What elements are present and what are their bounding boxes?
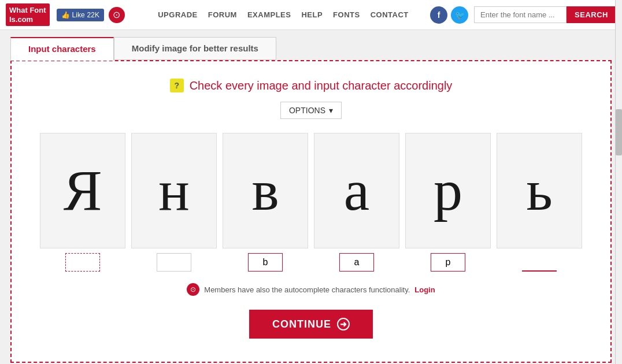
characters-row: Я н в а: [23, 133, 599, 272]
char-image-1: Я: [40, 133, 125, 248]
char-glyph-3: в: [251, 162, 279, 220]
char-image-2: н: [131, 133, 217, 248]
nav-upgrade[interactable]: UPGRADE: [158, 10, 198, 19]
main-nav: UPGRADE FORUM EXAMPLES HELP FONTS CONTAC…: [136, 10, 430, 19]
font-search-input[interactable]: [474, 6, 567, 23]
char-glyph-2: н: [158, 162, 190, 220]
char-image-6: ь: [497, 133, 582, 248]
nav-forum[interactable]: FORUM: [208, 10, 237, 19]
twitter-icon[interactable]: 🐦: [451, 6, 468, 24]
char-glyph-1: Я: [64, 162, 102, 220]
member-icon: ⊙: [187, 283, 199, 296]
chevron-down-icon: ▾: [329, 106, 333, 115]
continue-section: CONTINUE ➜: [23, 310, 599, 350]
options-button[interactable]: OPTIONS ▾: [280, 102, 342, 119]
char-card-3: в: [223, 133, 308, 272]
question-icon: ?: [170, 79, 184, 92]
facebook-like-button[interactable]: 👍 Like 22K: [57, 9, 104, 21]
char-card-6: ь: [497, 133, 582, 272]
char-input-5[interactable]: [431, 253, 465, 272]
user-avatar-icon[interactable]: ⊙: [109, 7, 125, 23]
char-glyph-6: ь: [526, 162, 553, 220]
tab-modify-image[interactable]: Modify image for better results: [114, 37, 276, 60]
nav-contact[interactable]: CONTACT: [371, 10, 409, 19]
thumb-icon: 👍: [61, 11, 70, 19]
header: What Font Is.com 👍 Like 22K ⊙ UPGRADE FO…: [0, 0, 622, 30]
char-input-3[interactable]: [248, 253, 283, 272]
continue-button[interactable]: CONTINUE ➜: [249, 310, 373, 339]
tabs-row: Input characters Modify image for better…: [10, 37, 612, 60]
char-card-2: н: [131, 133, 217, 272]
input-characters-panel: ? Check every image and input character …: [10, 60, 612, 363]
member-notice: ⊙ Members have also the autocomplete cha…: [23, 283, 599, 296]
options-section: OPTIONS ▾: [23, 102, 599, 119]
login-link[interactable]: Login: [414, 285, 435, 294]
char-card-4: а: [314, 133, 399, 272]
instruction-row: ? Check every image and input character …: [23, 79, 599, 92]
scrollbar[interactable]: [615, 0, 622, 363]
nav-fonts[interactable]: FONTS: [333, 10, 360, 19]
char-input-4[interactable]: [339, 253, 374, 272]
char-card-1: Я: [40, 133, 125, 272]
char-image-5: р: [405, 133, 491, 248]
char-input-2[interactable]: [157, 253, 191, 272]
char-image-4: а: [314, 133, 399, 248]
nav-examples[interactable]: EXAMPLES: [247, 10, 291, 19]
char-glyph-4: а: [344, 162, 369, 220]
arrow-icon: ➜: [337, 318, 350, 330]
char-input-1[interactable]: [65, 253, 100, 272]
search-button[interactable]: SEARCH: [567, 6, 616, 23]
char-glyph-5: р: [434, 162, 462, 220]
char-underline-6[interactable]: [522, 253, 557, 272]
facebook-icon[interactable]: f: [430, 6, 447, 24]
tab-input-characters[interactable]: Input characters: [10, 37, 114, 61]
member-notice-text: Members have also the autocomplete chara…: [204, 285, 410, 294]
logo-box: What Font Is.com: [6, 3, 50, 26]
social-icons: f 🐦: [430, 6, 468, 24]
nav-help[interactable]: HELP: [301, 10, 323, 19]
char-image-3: в: [223, 133, 308, 248]
main-content: Input characters Modify image for better…: [5, 37, 617, 363]
instruction-text: Check every image and input character ac…: [190, 79, 453, 92]
char-card-5: р: [405, 133, 491, 272]
scrollbar-thumb[interactable]: [616, 109, 622, 155]
logo[interactable]: What Font Is.com: [6, 3, 50, 26]
